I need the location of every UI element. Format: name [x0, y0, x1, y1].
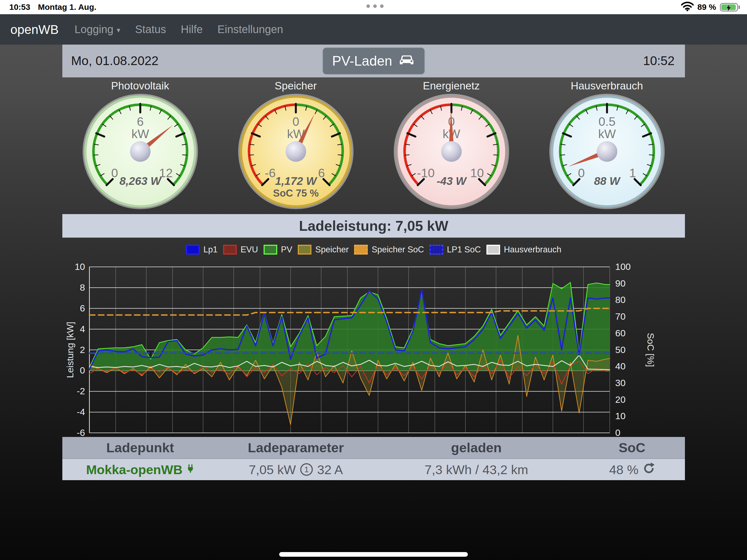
svg-text:0: 0: [615, 427, 620, 438]
charge-power-bar: Ladeleistung: 7,05 kW: [62, 214, 685, 238]
svg-text:80: 80: [615, 295, 626, 305]
svg-text:8: 8: [80, 282, 85, 292]
svg-text:12: 12: [159, 166, 173, 180]
col-header-ladeparameter: Ladeparameter: [218, 440, 374, 455]
legend-label: Speicher: [315, 245, 349, 255]
svg-text:SoC [%]: SoC [%]: [646, 333, 656, 367]
svg-text:90: 90: [615, 278, 626, 288]
svg-text:kW: kW: [131, 127, 149, 141]
svg-text:100: 100: [615, 261, 631, 272]
svg-text:2: 2: [80, 345, 85, 355]
svg-text:10: 10: [615, 411, 626, 421]
col-header-soc: SoC: [579, 440, 685, 455]
status-date: Montag 1. Aug.: [38, 2, 97, 12]
legend-label: Hausverbrauch: [504, 245, 561, 255]
svg-text:6: 6: [80, 303, 85, 313]
home-indicator[interactable]: [279, 552, 468, 557]
table-header-row: Ladepunkt Ladeparameter geladen SoC: [62, 437, 685, 458]
car-icon: [398, 53, 415, 69]
svg-text:40: 40: [615, 361, 626, 371]
svg-text:0: 0: [578, 166, 585, 180]
multitask-dots-icon: [366, 4, 384, 8]
charge-power-value: 7,05 kW: [249, 462, 296, 477]
plug-icon: [187, 462, 194, 477]
nav-item-hilfe[interactable]: Hilfe: [181, 23, 203, 35]
legend-item-lp1[interactable]: Lp1: [186, 245, 217, 255]
svg-text:-4: -4: [77, 407, 85, 417]
gauge-title: Hausverbrauch: [571, 79, 643, 93]
svg-text:SoC 75 %: SoC 75 %: [273, 187, 318, 199]
col-header-geladen: geladen: [374, 440, 579, 455]
legend-item-speicher[interactable]: Speicher: [298, 245, 349, 255]
legend-item-lp1-soc[interactable]: LP1 SoC: [430, 245, 481, 255]
svg-text:6: 6: [137, 114, 144, 128]
gauge-dial: 0kW-661,172 WSoC 75 %: [237, 93, 355, 210]
gauge-hausverbrauch: Hausverbrauch 0.5kW0188 W: [529, 79, 685, 210]
svg-text:Leistung [kW]: Leistung [kW]: [65, 322, 75, 378]
legend-swatch: [264, 245, 277, 255]
legend-item-hausverbrauch[interactable]: Hausverbrauch: [486, 245, 561, 255]
gauge-row: Photovoltaik 6kW0128,263 WSpeicher 0kW-6…: [62, 79, 685, 210]
svg-text:0: 0: [111, 166, 118, 180]
svg-text:0.5: 0.5: [598, 114, 615, 128]
gauge-photovoltaik: Photovoltaik 6kW0128,263 W: [62, 79, 218, 210]
legend-item-speicher-soc[interactable]: Speicher SoC: [354, 245, 424, 255]
nav-item-status[interactable]: Status: [135, 23, 166, 35]
ios-status-bar: 10:53 Montag 1. Aug. 89 %: [0, 0, 747, 14]
svg-text:-2: -2: [77, 386, 85, 396]
table-row: Mokka-openWB 7,05 kW 1 32 A 7,3 kWh / 43…: [62, 458, 685, 480]
wifi-icon: [681, 1, 694, 13]
svg-text:-10: -10: [417, 166, 435, 180]
gauge-title: Photovoltaik: [111, 79, 169, 93]
brand-openwb[interactable]: openWB: [10, 22, 58, 37]
svg-text:1,172 W: 1,172 W: [275, 175, 317, 187]
legend-item-pv[interactable]: PV: [264, 245, 292, 255]
svg-text:-43 W: -43 W: [436, 175, 467, 187]
svg-text:10: 10: [470, 166, 484, 180]
gauge-title: Speicher: [275, 79, 317, 93]
svg-text:0: 0: [292, 114, 299, 128]
openwb-dashboard: 10:53 Montag 1. Aug. 89 %: [0, 0, 747, 560]
legend-swatch: [430, 245, 443, 255]
svg-text:6: 6: [318, 166, 325, 180]
header-bar: Mo, 01.08.2022 PV-Laden 10:52: [62, 45, 685, 77]
svg-text:0: 0: [80, 365, 85, 376]
charge-current-value: 32 A: [317, 462, 343, 477]
charge-mode-button[interactable]: PV-Laden: [323, 47, 425, 75]
legend-swatch: [298, 245, 311, 255]
status-time: 10:53: [9, 2, 30, 12]
battery-percent: 89 %: [697, 2, 716, 12]
legend-swatch: [223, 245, 237, 255]
power-history-chart: -6-4-202468100102030405060708090100Leist…: [62, 256, 685, 451]
legend-item-evu[interactable]: EVU: [223, 245, 258, 255]
legend-label: EVU: [241, 245, 258, 255]
chargepoint-name[interactable]: Mokka-openWB: [86, 462, 183, 477]
svg-text:20: 20: [615, 394, 626, 405]
gauge-dial: 0kW-1010-43 W: [392, 93, 511, 210]
nav-item-einstellungen[interactable]: Einstellungen: [217, 23, 283, 35]
nav-item-logging[interactable]: Logging▾: [74, 23, 120, 35]
svg-text:60: 60: [615, 328, 626, 338]
chargepoint-table: Ladepunkt Ladeparameter geladen SoC Mokk…: [62, 437, 685, 480]
svg-text:70: 70: [615, 311, 626, 322]
svg-text:-6: -6: [77, 427, 85, 438]
legend-label: LP1 SoC: [447, 245, 481, 255]
svg-text:88 W: 88 W: [594, 175, 621, 187]
gauge-title: Energienetz: [423, 79, 480, 93]
legend-swatch: [486, 245, 500, 255]
gauge-dial: 6kW0128,263 W: [81, 93, 199, 210]
svg-text:kW: kW: [598, 127, 616, 141]
legend-label: PV: [281, 245, 292, 255]
gauge-dial: 0.5kW0188 W: [548, 93, 666, 210]
gauge-speicher: Speicher 0kW-661,172 WSoC 75 %: [218, 79, 374, 210]
chart-legend: Lp1 EVU PV Speicher Speicher SoC LP1 SoC…: [62, 243, 685, 256]
chevron-down-icon: ▾: [117, 26, 120, 34]
svg-text:10: 10: [75, 261, 85, 272]
svg-text:30: 30: [615, 378, 626, 388]
legend-swatch: [354, 245, 368, 255]
header-date: Mo, 01.08.2022: [71, 53, 159, 68]
gauge-energienetz: Energienetz 0kW-1010-43 W: [374, 79, 529, 210]
refresh-soc-icon[interactable]: [643, 462, 655, 477]
svg-text:-6: -6: [265, 166, 276, 180]
col-header-ladepunkt: Ladepunkt: [62, 440, 218, 455]
